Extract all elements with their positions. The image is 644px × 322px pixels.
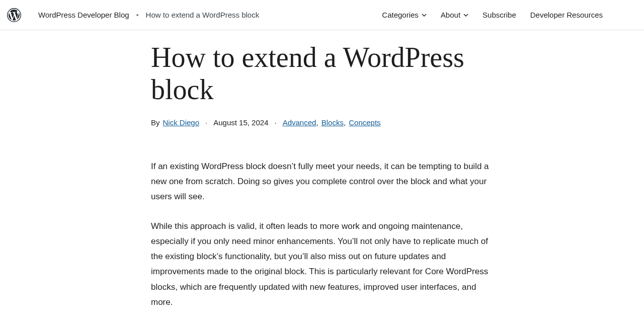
nav-developer-resources-label: Developer Resources bbox=[530, 11, 603, 19]
wordpress-logo-icon[interactable] bbox=[7, 8, 21, 22]
chevron-down-icon bbox=[463, 13, 468, 18]
nav-developer-resources[interactable]: Developer Resources bbox=[530, 11, 603, 19]
comma: , bbox=[316, 118, 318, 127]
by-label: By bbox=[151, 118, 160, 127]
nav-about[interactable]: About bbox=[441, 11, 468, 19]
nav-categories-label: Categories bbox=[382, 11, 419, 19]
publish-date: August 15, 2024 bbox=[213, 118, 268, 127]
article: How to extend a WordPress block By Nick … bbox=[151, 41, 493, 322]
chevron-down-icon bbox=[422, 13, 427, 18]
category-link[interactable]: Advanced bbox=[283, 118, 316, 127]
author-link[interactable]: Nick Diego bbox=[163, 118, 200, 127]
paragraph: If an existing WordPress block doesn’t f… bbox=[151, 159, 493, 205]
breadcrumb-separator: • bbox=[136, 11, 139, 19]
comma: , bbox=[344, 118, 346, 127]
page-title: How to extend a WordPress block bbox=[151, 41, 493, 106]
paragraph: While this approach is valid, it often l… bbox=[151, 219, 493, 310]
site-header: WordPress Developer Blog • How to extend… bbox=[0, 0, 644, 30]
nav-subscribe-label: Subscribe bbox=[482, 11, 516, 19]
primary-nav: Categories About Subscribe Developer Res… bbox=[382, 11, 637, 19]
nav-about-label: About bbox=[441, 11, 460, 19]
breadcrumb-blog-link[interactable]: WordPress Developer Blog bbox=[38, 11, 129, 19]
nav-categories[interactable]: Categories bbox=[382, 11, 427, 19]
nav-subscribe[interactable]: Subscribe bbox=[482, 11, 516, 19]
category-link[interactable]: Blocks bbox=[321, 118, 344, 127]
article-meta: By Nick Diego · August 15, 2024 · Advanc… bbox=[151, 118, 493, 127]
breadcrumb-current: How to extend a WordPress block bbox=[146, 11, 260, 19]
meta-separator: · bbox=[274, 118, 276, 127]
category-list: Advanced, Blocks, Concepts bbox=[283, 118, 381, 127]
breadcrumb: WordPress Developer Blog • How to extend… bbox=[38, 11, 259, 19]
category-link[interactable]: Concepts bbox=[349, 118, 380, 127]
meta-separator: · bbox=[205, 118, 207, 127]
